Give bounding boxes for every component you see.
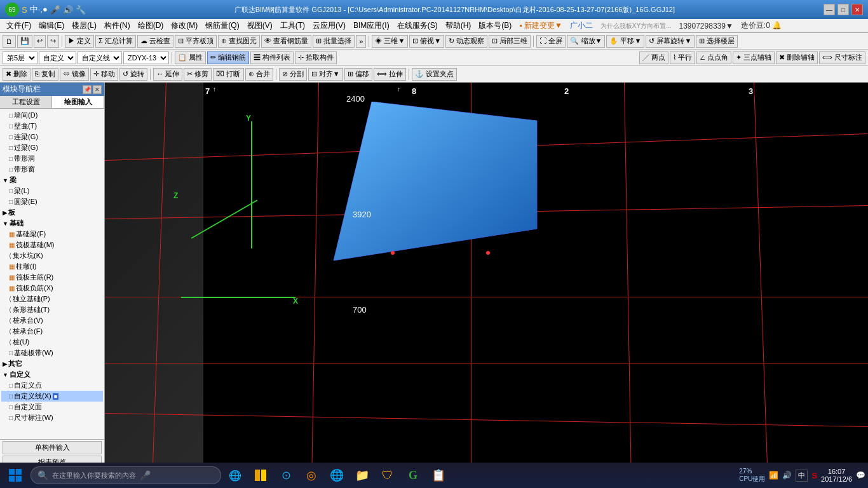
tb-zoom[interactable]: 🔍 缩放▼ <box>567 35 605 48</box>
taskbar-icon-browser2[interactable]: ◎ <box>300 464 323 487</box>
menu-tools[interactable]: 工具(T) <box>276 19 309 32</box>
tb-align-slab[interactable]: ⊟ 平齐板顶 <box>175 35 217 48</box>
sidebar-pin[interactable]: 📌 <box>83 85 92 94</box>
tb-fullscreen[interactable]: ⛶ 全屏 <box>536 35 566 48</box>
taskbar-icon-g[interactable]: G <box>402 464 424 487</box>
tree-cat-other[interactable]: ▶其它 <box>1 358 103 369</box>
tb-offset[interactable]: ⊞ 偏移 <box>344 68 372 81</box>
menu-notice[interactable]: 为什么筏板XY方向布置... <box>597 20 675 32</box>
tb-parallel[interactable]: ⌇ 平行 <box>670 51 695 64</box>
tb-break[interactable]: ⌧ 打断 <box>213 68 243 81</box>
tb-screen-rotate[interactable]: ↺ 屏幕旋转▼ <box>646 35 695 48</box>
taskbar-icon-browser1[interactable]: ⊙ <box>275 464 297 487</box>
tb-view-rebar[interactable]: 👁 查看钢筋量 <box>261 35 311 48</box>
tb-mirror[interactable]: ⇔ 镜像 <box>60 68 89 81</box>
tree-pile-承台[interactable]: ⟨桩承台(F) <box>1 326 103 337</box>
tree-strip-window[interactable]: □带形窗 <box>1 164 103 175</box>
zdyx-select[interactable]: ZDYX-13 <box>123 51 169 64</box>
tb-find-elem[interactable]: ⊕ 查找图元 <box>218 35 260 48</box>
tree-raft-neg-rebar[interactable]: ▦筏板负筋(X) <box>1 283 103 294</box>
tree-cat-foundation[interactable]: ▼基础 <box>1 218 103 229</box>
tb-point-angle[interactable]: ∠ 点点角 <box>696 51 731 64</box>
taskbar-icon-security[interactable]: 🛡 <box>376 464 399 487</box>
tb-local-3d[interactable]: ⊡ 局部三维 <box>489 35 531 48</box>
tb-batch-select[interactable]: ⊞ 批量选择 <box>313 35 355 48</box>
tb-top-view[interactable]: ⊡ 俯视▼ <box>409 35 444 48</box>
tree-foundation-beam[interactable]: ▦基础梁(F) <box>1 229 103 240</box>
tb-redo[interactable]: ↪ <box>47 35 59 48</box>
tb-trim[interactable]: ✂ 修剪 <box>184 68 212 81</box>
tree-pile-cap[interactable]: ⟨桩承台(V) <box>1 315 103 326</box>
menu-cloud[interactable]: 云应用(V) <box>309 19 349 32</box>
menu-coins[interactable]: 造价豆:0 🔔 <box>737 19 785 32</box>
start-button[interactable] <box>3 464 28 487</box>
tb-cloud-check[interactable]: ☁ 云检查 <box>137 35 173 48</box>
tb-save[interactable]: 💾 <box>17 35 32 48</box>
tb-rotate[interactable]: ↺ 旋转 <box>119 68 147 81</box>
tree-wall-opening[interactable]: □墙间(D) <box>1 110 103 121</box>
tb-select-floor[interactable]: ⊞ 选择楼层 <box>696 35 738 48</box>
tb-move[interactable]: ✛ 移动 <box>90 68 118 81</box>
menu-online[interactable]: 在线服务(S) <box>393 19 442 32</box>
tray-ime-zh[interactable]: 中 <box>796 470 808 482</box>
menu-help[interactable]: 帮助(H) <box>442 19 475 32</box>
menu-floor[interactable]: 楼层(L) <box>68 19 100 32</box>
tb-two-point[interactable]: ╱ 两点 <box>639 51 668 64</box>
tree-sump-pit[interactable]: ⟨集水坑(K) <box>1 250 103 261</box>
tb-component-list[interactable]: ☰ 构件列表 <box>250 51 294 64</box>
minimize-button[interactable]: — <box>824 4 835 15</box>
menu-component[interactable]: 构件(N) <box>100 19 134 32</box>
menu-modify[interactable]: 修改(M) <box>167 19 201 32</box>
tray-notification[interactable]: 💬 <box>856 471 865 480</box>
tb-split[interactable]: ⊘ 分割 <box>279 68 307 81</box>
tree-custom-line[interactable]: □自定义线(X) ■ <box>1 391 103 402</box>
tree-dimension-annotation[interactable]: □尺寸标注(W) <box>1 412 103 423</box>
tb-extend[interactable]: ↔ 延伸 <box>153 68 182 81</box>
tree-strip-opening[interactable]: □带形洞 <box>1 153 103 164</box>
tree-isolated-foundation[interactable]: ⟨独立基础(P) <box>1 294 103 304</box>
tb-more[interactable]: » <box>356 35 366 48</box>
tree-cat-custom[interactable]: ▼自定义 <box>1 369 103 380</box>
menu-phone[interactable]: 13907298339▼ <box>675 20 737 32</box>
viewport[interactable]: X Y Z 2400 3920 <box>105 83 868 471</box>
tb-define[interactable]: ▶ 定义 <box>65 35 94 48</box>
tree-cat-slab[interactable]: ▶板 <box>1 207 103 218</box>
tb-merge[interactable]: ⊕ 合并 <box>245 68 273 81</box>
taskbar-icon-browser3[interactable]: 🌐 <box>325 464 348 487</box>
tb-properties[interactable]: 📋 属性 <box>175 51 206 64</box>
tb-new[interactable]: 🗋 <box>3 35 16 48</box>
close-button[interactable]: ✕ <box>851 4 863 15</box>
maximize-button[interactable]: □ <box>837 4 849 15</box>
tree-cat-beam[interactable]: ▼梁 <box>1 175 103 186</box>
taskbar-search[interactable]: 🔍 在这里输入你要搜索的内容 🎤 <box>31 466 221 484</box>
tb-edit-rebar[interactable]: ✏ 编辑钢筋 <box>207 51 249 64</box>
tb-dim-annotation[interactable]: ⟺ 尺寸标注 <box>819 51 865 64</box>
tree-wall-niche[interactable]: □壁龛(T) <box>1 121 103 132</box>
tb-three-point-axis[interactable]: ✦ 三点辅轴 <box>733 51 775 64</box>
tree-lintel[interactable]: □过梁(G) <box>1 142 103 153</box>
custom-select[interactable]: 自定义 <box>39 51 76 64</box>
tb-calc[interactable]: Σ 汇总计算 <box>95 35 136 48</box>
tb-delete[interactable]: ✖ 删除 <box>3 68 31 81</box>
tree-coupling-beam[interactable]: □连梁(G) <box>1 132 103 142</box>
menu-bim[interactable]: BIM应用(I) <box>349 19 393 32</box>
tree-strip-foundation[interactable]: ⟨条形基础(T) <box>1 304 103 315</box>
taskbar-icon-network[interactable]: 🌐 <box>224 464 247 487</box>
menu-rebar-qty[interactable]: 钢筋量(Q) <box>201 19 243 32</box>
tb-stretch[interactable]: ⟺ 拉伸 <box>374 68 406 81</box>
menu-new-change[interactable]: ▪ 新建变更▼ <box>515 19 566 32</box>
tree-beam-round[interactable]: □圆梁(E) <box>1 196 103 207</box>
sidebar-close[interactable]: ✕ <box>93 85 102 94</box>
tb-delete-axis[interactable]: ✖ 删除辅轴 <box>776 51 818 64</box>
tb-pan[interactable]: ✋ 平移▼ <box>606 35 644 48</box>
custom-line-select[interactable]: 自定义线 <box>78 51 122 64</box>
tree-column-pier[interactable]: ▦柱墩(I) <box>1 261 103 272</box>
tray-sougou[interactable]: S <box>811 471 817 480</box>
menu-ad[interactable]: 广小二 <box>566 19 597 32</box>
tab-draw-input[interactable]: 绘图输入 <box>52 96 104 108</box>
tab-project-setup[interactable]: 工程设置 <box>0 96 52 108</box>
tree-foundation-strip[interactable]: □基础板带(W) <box>1 348 103 358</box>
tree-beam-l[interactable]: □梁(L) <box>1 186 103 196</box>
menu-draw[interactable]: 绘图(D) <box>134 19 168 32</box>
menu-version[interactable]: 版本号(B) <box>475 19 515 32</box>
